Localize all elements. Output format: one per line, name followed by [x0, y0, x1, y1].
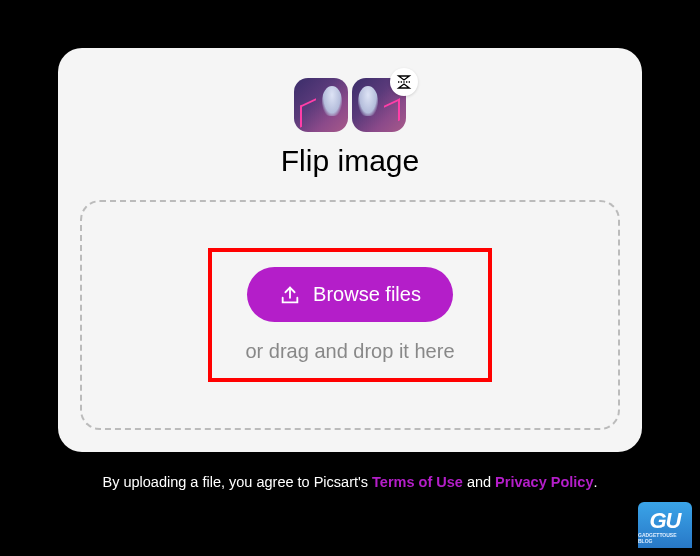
footer-prefix: By uploading a file, you agree to Picsar… [103, 474, 373, 490]
privacy-policy-link[interactable]: Privacy Policy [495, 474, 593, 490]
upload-card: Flip image Browse files or drag and drop… [58, 48, 642, 452]
preview-tile-left [294, 78, 348, 132]
page-title: Flip image [281, 144, 419, 178]
annotation-highlight [208, 248, 492, 382]
footer-suffix: . [593, 474, 597, 490]
file-dropzone[interactable]: Browse files or drag and drop it here [80, 200, 620, 430]
footer-and: and [463, 474, 495, 490]
flip-badge-icon [390, 68, 418, 96]
terms-of-use-link[interactable]: Terms of Use [372, 474, 463, 490]
watermark-badge: GU [638, 502, 692, 548]
upload-agreement-text: By uploading a file, you agree to Picsar… [103, 474, 598, 490]
flip-preview-icon [294, 78, 406, 132]
